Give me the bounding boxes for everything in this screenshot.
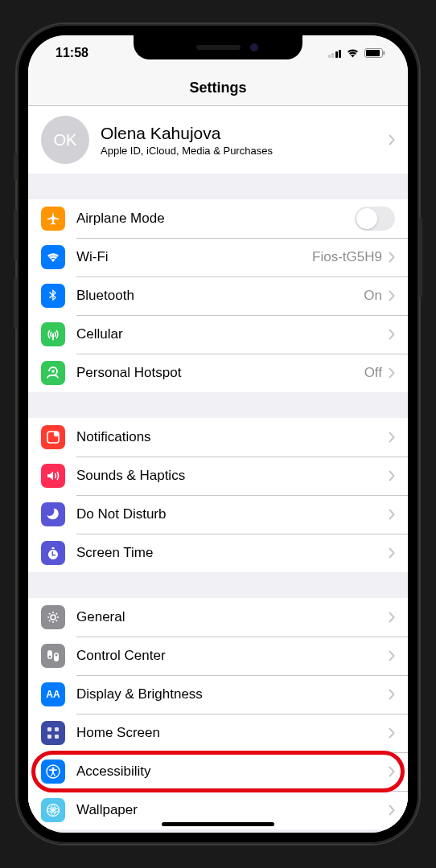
chevron-right-icon [389, 509, 395, 520]
dnd-icon [41, 502, 65, 526]
chevron-right-icon [389, 432, 395, 443]
settings-row-accessibility[interactable]: Accessibility [28, 752, 408, 791]
accessibility-icon [41, 760, 65, 784]
profile-row[interactable]: OKOlena KahujovaApple ID, iCloud, Media … [28, 106, 408, 174]
row-label: Accessibility [76, 764, 389, 780]
settings-row-general[interactable]: General [28, 598, 408, 637]
settings-row-wifi[interactable]: Wi-FiFios-tG5H9 [28, 238, 408, 276]
wallpaper-icon [41, 798, 65, 822]
chevron-right-icon [389, 134, 395, 145]
side-button [419, 217, 422, 297]
status-right [328, 48, 386, 58]
chevron-right-icon [389, 689, 395, 700]
nav-header: Settings [28, 71, 408, 106]
row-label: Wi-Fi [76, 249, 312, 265]
row-detail: On [364, 288, 382, 304]
row-label: Do Not Disturb [76, 506, 389, 522]
row-label: Screen Time [76, 545, 389, 561]
settings-row-display-brightness[interactable]: Display & Brightness [28, 675, 408, 714]
settings-row-personal-hotspot[interactable]: Personal HotspotOff [28, 354, 408, 392]
profile-text: Olena KahujovaApple ID, iCloud, Media & … [101, 124, 389, 157]
row-label: Wallpaper [76, 802, 389, 818]
screen: 11:58 Settings OKOlena KahujovaApple ID,… [28, 35, 408, 833]
wifi-icon [41, 245, 65, 269]
settings-row-do-not-disturb[interactable]: Do Not Disturb [28, 495, 408, 534]
chevron-right-icon [389, 367, 395, 379]
row-detail: Off [364, 365, 382, 381]
settings-row-screen-time[interactable]: Screen Time [28, 534, 408, 572]
phone-frame: 11:58 Settings OKOlena KahujovaApple ID,… [17, 24, 419, 844]
settings-row-sounds-haptics[interactable]: Sounds & Haptics [28, 457, 408, 495]
chevron-right-icon [389, 329, 395, 340]
sounds-icon [41, 464, 65, 488]
home-indicator[interactable] [162, 822, 274, 826]
homescreen-icon [41, 721, 65, 745]
chevron-right-icon [389, 727, 395, 739]
row-label: Display & Brightness [76, 686, 389, 702]
bluetooth-icon [41, 284, 65, 308]
settings-row-bluetooth[interactable]: BluetoothOn [28, 276, 408, 315]
row-label: Notifications [76, 429, 389, 445]
settings-row-control-center[interactable]: Control Center [28, 637, 408, 675]
chevron-right-icon [389, 650, 395, 661]
avatar: OK [41, 116, 89, 164]
chevron-right-icon [389, 766, 395, 777]
chevron-right-icon [389, 470, 395, 481]
screentime-icon [41, 541, 65, 565]
profile-subtitle: Apple ID, iCloud, Media & Purchases [101, 145, 389, 157]
hotspot-icon [41, 361, 65, 385]
notch [134, 35, 302, 59]
side-button [14, 277, 17, 330]
row-label: Control Center [76, 648, 389, 664]
row-label: Personal Hotspot [76, 365, 364, 381]
display-icon [41, 682, 65, 706]
chevron-right-icon [389, 252, 395, 263]
battery-icon [364, 48, 385, 58]
settings-row-home-screen[interactable]: Home Screen [28, 714, 408, 752]
svg-rect-2 [384, 51, 385, 55]
settings-row-cellular[interactable]: Cellular [28, 315, 408, 354]
chevron-right-icon [389, 805, 395, 816]
page-title: Settings [189, 80, 246, 96]
switch-airplane-mode[interactable] [355, 207, 395, 231]
side-button [14, 153, 17, 181]
svg-rect-1 [366, 50, 380, 56]
settings-row-airplane-mode[interactable]: Airplane Mode [28, 199, 408, 238]
airplane-icon [41, 207, 65, 231]
general-icon [41, 605, 65, 629]
wifi-status-icon [346, 48, 360, 58]
status-time: 11:58 [56, 46, 88, 60]
chevron-right-icon [389, 547, 395, 559]
cellular-signal-icon [328, 48, 342, 58]
profile-name: Olena Kahujova [101, 124, 389, 143]
row-label: Home Screen [76, 725, 389, 741]
row-label: Sounds & Haptics [76, 468, 389, 484]
settings-content[interactable]: OKOlena KahujovaApple ID, iCloud, Media … [28, 106, 408, 833]
row-label: Airplane Mode [76, 211, 355, 227]
chevron-right-icon [389, 290, 395, 301]
row-label: General [76, 609, 389, 625]
cellular-icon [41, 322, 65, 346]
notifications-icon [41, 425, 65, 449]
row-label: Cellular [76, 326, 389, 342]
row-detail: Fios-tG5H9 [312, 249, 382, 265]
side-button [14, 209, 17, 261]
controlcenter-icon [41, 644, 65, 668]
chevron-right-icon [389, 612, 395, 623]
row-label: Bluetooth [76, 288, 364, 304]
settings-row-notifications[interactable]: Notifications [28, 418, 408, 457]
